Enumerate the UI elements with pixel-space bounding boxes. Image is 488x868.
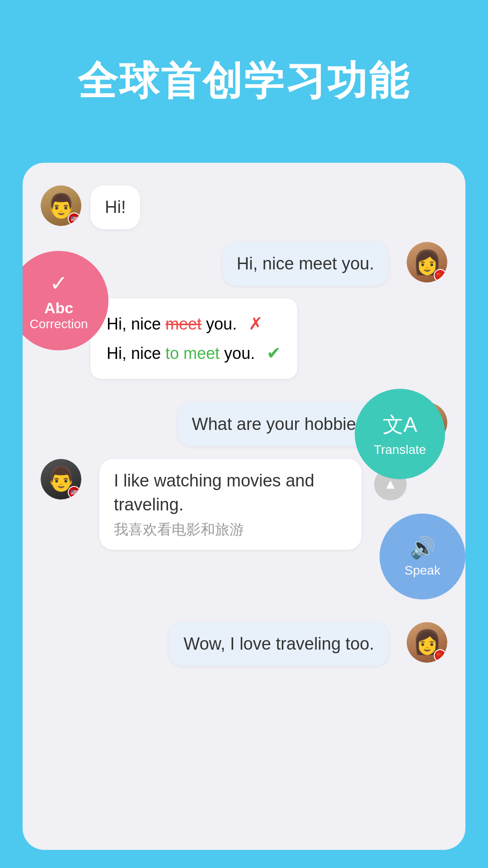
flag-cn-3: 🇨🇳: [434, 649, 446, 662]
correction-check-icon: ✓: [50, 270, 68, 296]
speak-icon: 🔊: [410, 535, 436, 560]
bubble-movies: I like watching movies and traveling. 我喜…: [99, 459, 361, 550]
correction-wrong-line: Hi, nice meet you. ✗: [107, 309, 281, 339]
correction-box: Hi, nice meet you. ✗ Hi, nice to meet yo…: [90, 298, 297, 378]
wrong-word: meet: [165, 315, 202, 333]
flag-us-2: 🇺🇸: [68, 486, 80, 499]
message-row-hobbies: What are your hobbies? 文A Translate 👩 🇨🇳: [41, 402, 447, 446]
abc-label: Abc: [44, 299, 73, 317]
flag-cn-1: 🇨🇳: [434, 269, 446, 282]
translate-label: Translate: [374, 443, 426, 457]
bubble-hi: Hi!: [90, 185, 140, 229]
avatar-female3: 👩 🇨🇳: [407, 622, 447, 663]
avatar-female1: 👩 🇨🇳: [407, 242, 447, 283]
translate-icon: 文A: [383, 411, 418, 439]
correct-word: to meet: [165, 344, 220, 363]
page-title: 全球首创学习功能: [0, 0, 488, 108]
wrong-icon: ✗: [249, 314, 263, 333]
correct-icon: ✔: [267, 344, 281, 363]
message-row-hi: 👨 🇺🇸 Hi!: [41, 185, 447, 229]
speak-label: Speak: [404, 563, 440, 578]
avatar-male2: 👨 🇺🇸: [41, 459, 81, 500]
chinese-subtitle: 我喜欢看电影和旅游: [114, 519, 339, 540]
correction-label: Correction: [29, 317, 88, 331]
translate-badge[interactable]: 文A Translate: [355, 389, 445, 479]
avatar-male1: 👨 🇺🇸: [41, 185, 81, 226]
bubble-nice-meet: Hi, nice meet you.: [222, 242, 389, 286]
message-row-traveling: Wow, I love traveling too. 👩 🇨🇳: [41, 622, 447, 666]
correction-correct-line: Hi, nice to meet you. ✔: [107, 339, 281, 368]
bubble-traveling: Wow, I love traveling too.: [169, 622, 389, 666]
chat-container: ✓ Abc Correction 👨 🇺🇸 Hi! Hi, nice meet …: [23, 163, 465, 850]
speak-badge[interactable]: 🔊 Speak: [380, 514, 465, 599]
flag-us-1: 🇺🇸: [68, 212, 80, 225]
translate-wrapper: What are your hobbies? 文A Translate: [178, 402, 398, 446]
